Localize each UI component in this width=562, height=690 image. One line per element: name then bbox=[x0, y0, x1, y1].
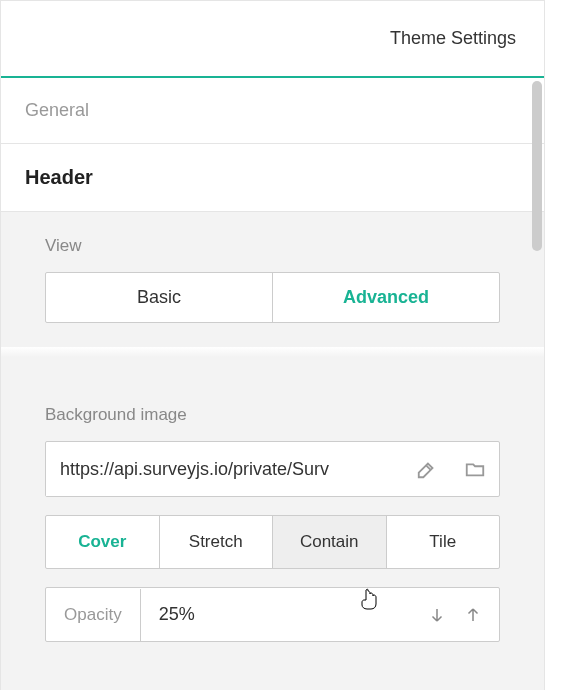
opacity-input[interactable] bbox=[141, 588, 423, 641]
opacity-row: Opacity bbox=[45, 587, 500, 642]
view-group: View Basic Advanced bbox=[1, 236, 544, 347]
clear-icon[interactable] bbox=[403, 442, 451, 496]
opacity-label: Opacity bbox=[46, 589, 141, 641]
background-image-group: Background image Cover Stretch bbox=[1, 405, 544, 666]
scrollbar[interactable] bbox=[532, 81, 542, 251]
view-basic[interactable]: Basic bbox=[46, 273, 272, 322]
background-image-label: Background image bbox=[45, 405, 500, 425]
fit-contain[interactable]: Contain bbox=[272, 516, 386, 568]
opacity-increase[interactable] bbox=[459, 601, 487, 629]
fit-cover[interactable]: Cover bbox=[46, 516, 159, 568]
background-fit-row: Cover Stretch Contain Tile bbox=[45, 515, 500, 569]
divider bbox=[45, 347, 500, 385]
panel-title: Theme Settings bbox=[390, 28, 516, 49]
section-general[interactable]: General bbox=[1, 78, 544, 144]
background-image-input-row bbox=[45, 441, 500, 497]
fit-tile[interactable]: Tile bbox=[386, 516, 500, 568]
background-image-url-input[interactable] bbox=[46, 443, 403, 496]
panel-title-bar: Theme Settings bbox=[1, 1, 544, 78]
section-header[interactable]: Header bbox=[1, 144, 544, 212]
view-label: View bbox=[45, 236, 500, 256]
section-general-label: General bbox=[25, 100, 89, 120]
view-segmented: Basic Advanced bbox=[45, 272, 500, 323]
view-advanced[interactable]: Advanced bbox=[272, 273, 499, 322]
header-settings-content: View Basic Advanced Background image bbox=[1, 212, 544, 690]
fit-stretch[interactable]: Stretch bbox=[159, 516, 273, 568]
section-header-label: Header bbox=[25, 166, 93, 188]
opacity-decrease[interactable] bbox=[423, 601, 451, 629]
folder-icon[interactable] bbox=[451, 442, 499, 496]
